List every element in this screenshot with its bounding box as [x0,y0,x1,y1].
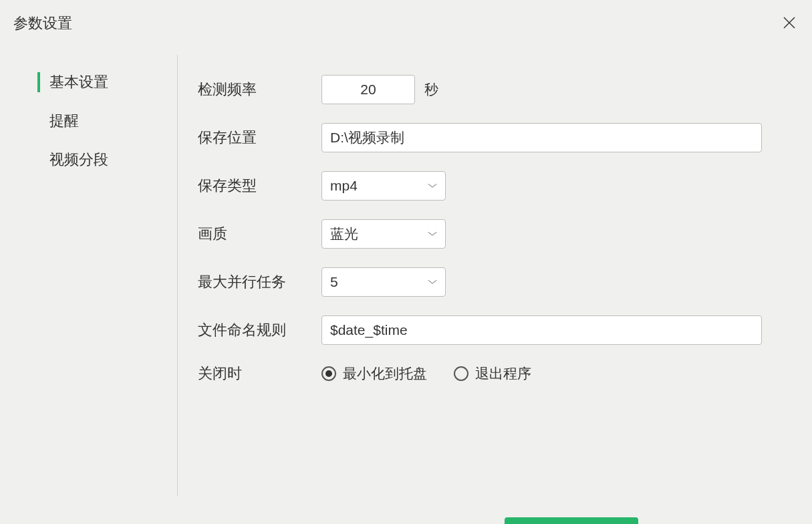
quality-value: 蓝光 [330,225,358,243]
chevron-down-icon [428,184,437,188]
radio-icon [454,366,468,381]
max-parallel-select[interactable]: 5 [321,267,446,297]
save-path-input[interactable] [321,123,762,152]
radio-label: 退出程序 [475,364,531,383]
dialog-header: 参数设置 [0,0,812,55]
label-naming-rule: 文件命名规则 [198,320,321,340]
row-naming-rule: 文件命名规则 [198,315,762,345]
radio-icon [321,366,336,381]
on-close-radio-group: 最小化到托盘 退出程序 [321,364,531,383]
sidebar: 基本设置 提醒 视频分段 [13,55,157,496]
detect-frequency-unit: 秒 [424,80,438,99]
chevron-down-icon [428,232,437,236]
quality-select[interactable]: 蓝光 [321,219,446,249]
row-on-close: 关闭时 最小化到托盘 退出程序 [198,364,762,384]
row-max-parallel: 最大并行任务 5 [198,267,762,297]
row-save-type: 保存类型 mp4 [198,171,762,201]
settings-panel: 检测频率 秒 保存位置 保存类型 mp4 画质 蓝光 [198,55,799,496]
sidebar-item-label: 视频分段 [49,151,108,168]
save-type-select[interactable]: mp4 [321,171,446,201]
sidebar-item-label: 提醒 [49,112,79,129]
radio-label: 最小化到托盘 [343,364,427,383]
detect-frequency-input[interactable] [321,75,415,104]
label-quality: 画质 [198,224,321,244]
label-save-path: 保存位置 [198,128,321,148]
confirm-button[interactable] [505,517,638,524]
label-detect-frequency: 检测频率 [198,80,321,100]
label-max-parallel: 最大并行任务 [198,272,321,292]
radio-exit-program[interactable]: 退出程序 [454,364,531,383]
row-save-path: 保存位置 [198,123,762,152]
naming-rule-input[interactable] [321,315,762,345]
dialog-content: 基本设置 提醒 视频分段 检测频率 秒 保存位置 保存类型 [0,55,812,496]
label-on-close: 关闭时 [198,364,321,384]
settings-dialog: 参数设置 基本设置 提醒 视频分段 检测频率 秒 保存位置 [0,0,812,524]
label-save-type: 保存类型 [198,176,321,196]
save-type-value: mp4 [330,178,358,194]
sidebar-item-label: 基本设置 [49,74,108,90]
row-quality: 画质 蓝光 [198,219,762,249]
row-detect-frequency: 检测频率 秒 [198,75,762,104]
sidebar-item-basic[interactable]: 基本设置 [40,67,157,98]
sidebar-item-notify[interactable]: 提醒 [40,106,157,136]
max-parallel-value: 5 [330,274,338,290]
chevron-down-icon [428,280,437,284]
close-icon [783,16,796,29]
sidebar-item-segment[interactable]: 视频分段 [40,144,157,175]
vertical-divider [177,55,178,496]
radio-minimize-to-tray[interactable]: 最小化到托盘 [321,364,427,383]
dialog-title: 参数设置 [13,13,72,33]
close-button[interactable] [780,12,799,35]
